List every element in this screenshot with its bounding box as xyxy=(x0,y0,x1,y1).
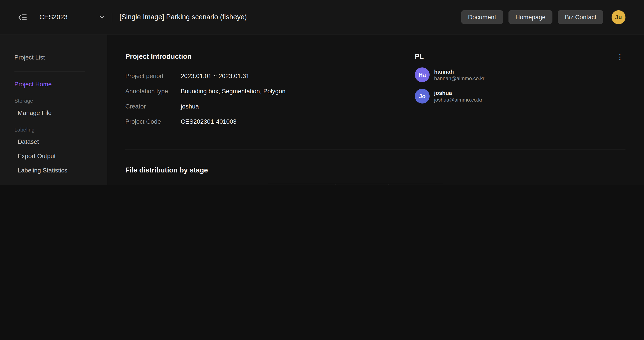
file-distribution-body: 0% Complete By 2023-01-02 23:27 Work sta… xyxy=(125,184,626,185)
member-meta: hannah hannah@aimmo.co.kr xyxy=(434,68,484,81)
main-content: Project Introduction Project period 2023… xyxy=(107,34,644,185)
app: CES2023 [Single Image] Parking scenario … xyxy=(0,0,644,185)
project-selector[interactable]: CES2023 xyxy=(39,14,104,21)
project-introduction-heading: Project Introduction xyxy=(125,52,415,61)
sidebar-section-labeling: Labeling xyxy=(0,120,107,134)
sidebar-divider xyxy=(14,72,85,72)
ratio-header: Ratio xyxy=(389,184,443,185)
intro-rows: Project period 2023.01.01 ~ 2023.01.31 A… xyxy=(125,72,415,126)
sidebar-item-export-output[interactable]: Export Output xyxy=(0,149,107,163)
member-avatar: Ha xyxy=(415,67,430,82)
kebab-menu-icon[interactable]: ⋮ xyxy=(614,53,626,60)
intro-row-creator: Creator joshua xyxy=(125,102,415,111)
member-meta: joshua joshua@aimmo.co.kr xyxy=(434,90,482,102)
work-stage-header: Work stage xyxy=(268,184,336,185)
section-divider xyxy=(125,150,626,150)
member-email: joshua@aimmo.co.kr xyxy=(434,97,482,103)
document-button[interactable]: Document xyxy=(461,10,503,24)
layout: Project List Project Home Storage Manage… xyxy=(0,34,644,185)
biz-contact-button[interactable]: Biz Contact xyxy=(558,10,603,24)
intro-row-project-period: Project period 2023.01.01 ~ 2023.01.31 xyxy=(125,72,415,80)
intro-label: Project period xyxy=(125,72,181,80)
sidebar-item-manage-file[interactable]: Manage File xyxy=(0,106,107,120)
number-of-files-header: Number of f... xyxy=(336,184,389,185)
pl-panel: PL ⋮ Ha hannah hannah@aimmo.co.kr Jo jo xyxy=(415,52,626,132)
project-selector-label: CES2023 xyxy=(39,14,68,21)
member-name: hannah xyxy=(434,68,484,75)
intro-value: 2023.01.01 ~ 2023.01.31 xyxy=(181,72,249,80)
intro-row-project-code: Project Code CES202301-401003 xyxy=(125,117,415,126)
topbar: CES2023 [Single Image] Parking scenario … xyxy=(0,0,644,34)
sidebar: Project List Project Home Storage Manage… xyxy=(0,34,107,185)
pl-header: PL ⋮ xyxy=(415,52,626,61)
sidebar-item-project-home[interactable]: Project Home xyxy=(0,77,107,91)
sidebar-collapse-icon xyxy=(18,14,27,21)
member-email: hannah@aimmo.co.kr xyxy=(434,76,484,81)
user-avatar[interactable]: Ju xyxy=(612,10,626,24)
file-distribution-section: File distribution by stage 0% Complete B… xyxy=(125,166,626,185)
member-name: joshua xyxy=(434,90,482,96)
sidebar-collapse-button[interactable] xyxy=(16,12,28,22)
intro-label: Annotation type xyxy=(125,87,181,96)
sidebar-section-storage: Storage xyxy=(0,91,107,106)
intro-label: Creator xyxy=(125,102,181,111)
pl-member: Ha hannah hannah@aimmo.co.kr xyxy=(415,67,626,82)
topbar-actions: Document Homepage Biz Contact Ju xyxy=(461,10,626,24)
intro-value: CES202301-401003 xyxy=(181,117,236,126)
intro-value: Bounding box, Segmentation, Polygon xyxy=(181,87,286,96)
sidebar-item-dataset[interactable]: Dataset xyxy=(0,134,107,149)
intro-value: joshua xyxy=(181,102,199,111)
donut-chart-block: 0% Complete By 2023-01-02 23:27 xyxy=(127,184,230,185)
member-avatar: Jo xyxy=(415,89,430,104)
topbar-divider xyxy=(112,12,112,22)
file-distribution-heading: File distribution by stage xyxy=(125,166,626,175)
chevron-down-icon xyxy=(99,16,104,19)
stage-table: Work stage Number of f... Ratio Labeling… xyxy=(268,184,443,185)
pl-heading: PL xyxy=(415,52,424,61)
project-introduction-section: Project Introduction Project period 2023… xyxy=(125,52,626,132)
sidebar-item-labeling-statistics[interactable]: Labeling Statistics xyxy=(0,163,107,178)
table-header-row: Work stage Number of f... Ratio xyxy=(268,184,443,185)
project-introduction: Project Introduction Project period 2023… xyxy=(125,52,415,132)
intro-row-annotation-type: Annotation type Bounding box, Segmentati… xyxy=(125,87,415,96)
intro-label: Project Code xyxy=(125,117,181,126)
sidebar-section-curation: Curation xyxy=(0,178,107,185)
sidebar-item-project-list[interactable]: Project List xyxy=(0,50,107,66)
page-title: [Single Image] Parking scenario (fisheye… xyxy=(120,13,247,21)
pl-member: Jo joshua joshua@aimmo.co.kr xyxy=(415,89,626,104)
homepage-button[interactable]: Homepage xyxy=(508,10,552,24)
